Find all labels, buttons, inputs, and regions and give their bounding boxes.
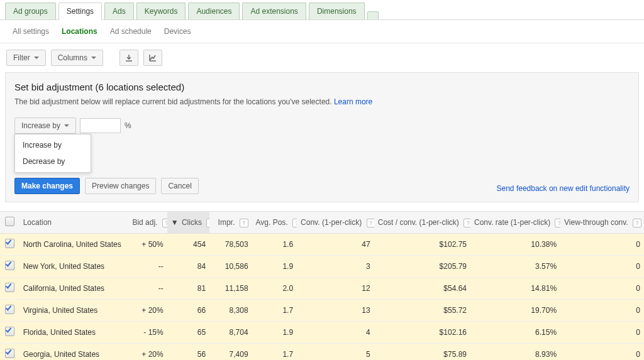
example-hint: to see an example. (14, 151, 630, 160)
cell-clicks: 66 (167, 300, 209, 322)
cell-clicks: 84 (167, 256, 209, 278)
filter-button[interactable]: Filter (6, 50, 46, 66)
cell-conv-rate: 14.81% (470, 278, 560, 300)
header-conv[interactable]: Conv. (1-per-click) ? (297, 212, 374, 234)
cell-conv: 4 (297, 322, 374, 344)
tab-dimensions[interactable]: Dimensions (309, 3, 365, 19)
cell-impr: 8,704 (209, 322, 252, 344)
cell-bid-adj: -- (128, 278, 167, 300)
cell-avg-pos: 1.7 (252, 300, 297, 322)
select-all-checkbox[interactable] (5, 217, 14, 226)
bid-adjustment-panel: Set bid adjustment (6 locations selected… (5, 72, 639, 202)
cell-bid-adj: + 50% (128, 234, 167, 256)
cell-clicks: 454 (167, 234, 209, 256)
subtab-all-settings[interactable]: All settings (6, 22, 55, 41)
menu-increase-by[interactable]: Increase by (15, 137, 91, 153)
cell-location[interactable]: Virginia, United States (19, 300, 129, 322)
row-checkbox[interactable] (5, 349, 14, 358)
cell-clicks: 56 (167, 344, 209, 361)
cell-location[interactable]: Georgia, United States (19, 344, 129, 361)
cell-bid-adj: - 15% (128, 322, 167, 344)
make-changes-button[interactable]: Make changes (14, 178, 80, 194)
help-icon[interactable]: ? (240, 219, 248, 227)
cell-conv-rate: 6.15% (470, 322, 560, 344)
preview-changes-button[interactable]: Preview changes (85, 178, 156, 194)
tab-settings[interactable]: Settings (58, 3, 102, 20)
chart-icon (149, 54, 157, 62)
cell-avg-pos: 1.9 (252, 256, 297, 278)
cancel-button[interactable]: Cancel (161, 178, 198, 194)
cell-cost-conv: $205.79 (374, 256, 470, 278)
cell-avg-pos: 1.7 (252, 344, 297, 361)
header-avg-pos[interactable]: Avg. Pos. ? (252, 212, 297, 234)
subtab-locations[interactable]: Locations (55, 22, 104, 41)
row-checkbox[interactable] (5, 239, 14, 248)
subtab-ad-schedule[interactable]: Ad schedule (104, 22, 158, 41)
header-vtc-label: View-through conv. (564, 218, 628, 227)
cell-location[interactable]: California, United States (19, 278, 129, 300)
learn-more-link[interactable]: Learn more (334, 97, 372, 106)
header-impr-label: Impr. (218, 218, 235, 227)
cell-impr: 78,503 (209, 234, 252, 256)
subtab-devices[interactable]: Devices (158, 22, 197, 41)
cell-clicks: 81 (167, 278, 209, 300)
download-button[interactable] (119, 50, 138, 66)
caret-down-icon (64, 124, 69, 127)
header-conv-rate-label: Conv. rate (1-per-click) (474, 218, 550, 227)
header-bid-adj[interactable]: Bid adj. ? (128, 212, 167, 234)
tab-ad-groups[interactable]: Ad groups (5, 3, 56, 19)
cell-conv: 5 (297, 344, 374, 361)
header-vtc[interactable]: View-through conv. ? (560, 212, 644, 234)
cell-location[interactable]: North Carolina, United States (19, 234, 129, 256)
cell-impr: 11,158 (209, 278, 252, 300)
locations-table: Location Bid adj. ? ▼ Clicks ? Impr. ? A… (0, 211, 644, 360)
cell-vtc: 0 (560, 256, 644, 278)
cell-conv: 13 (297, 300, 374, 322)
cell-vtc: 0 (560, 234, 644, 256)
header-clicks-label: Clicks (182, 218, 202, 227)
cell-bid-adj: + 20% (128, 300, 167, 322)
send-feedback-link[interactable]: Send feedback on new edit functionality (497, 184, 630, 193)
cell-vtc: 0 (560, 322, 644, 344)
cell-conv-rate: 19.70% (470, 300, 560, 322)
header-cost-conv-label: Cost / conv. (1-per-click) (378, 218, 459, 227)
menu-decrease-by[interactable]: Decrease by (15, 153, 91, 170)
cell-conv: 12 (297, 278, 374, 300)
tab-ad-extensions[interactable]: Ad extensions (242, 3, 306, 19)
header-clicks[interactable]: ▼ Clicks ? (167, 212, 209, 234)
cell-cost-conv: $75.89 (374, 344, 470, 361)
tab-more[interactable] (367, 11, 379, 19)
columns-button[interactable]: Columns (51, 50, 103, 66)
header-cost-conv[interactable]: Cost / conv. (1-per-click) ? (374, 212, 470, 234)
table-row: North Carolina, United States+ 50%45478,… (0, 234, 644, 256)
table-row: New York, United States--8410,5861.93$20… (0, 256, 644, 278)
panel-description: The bid adjustment below will replace cu… (14, 97, 630, 106)
adjustment-percent-input[interactable] (80, 118, 121, 133)
tab-ads[interactable]: Ads (104, 3, 134, 19)
cell-vtc: 0 (560, 278, 644, 300)
cell-conv: 47 (297, 234, 374, 256)
table-row: California, United States--8111,1582.012… (0, 278, 644, 300)
adjustment-direction-select[interactable]: Increase by (14, 117, 76, 134)
cell-conv-rate: 10.38% (470, 234, 560, 256)
cell-cost-conv: $54.64 (374, 278, 470, 300)
header-bid-adj-label: Bid adj. (132, 218, 157, 227)
header-location[interactable]: Location (19, 212, 129, 234)
tab-keywords[interactable]: Keywords (136, 3, 186, 19)
cell-location[interactable]: New York, United States (19, 256, 129, 278)
row-checkbox[interactable] (5, 261, 14, 270)
cell-avg-pos: 2.0 (252, 278, 297, 300)
cell-conv-rate: 3.57% (470, 256, 560, 278)
cell-cost-conv: $55.72 (374, 300, 470, 322)
table-row: Florida, United States- 15%658,7041.94$1… (0, 322, 644, 344)
header-impr[interactable]: Impr. ? (209, 212, 252, 234)
chart-button[interactable] (143, 50, 162, 66)
help-icon[interactable]: ? (633, 219, 641, 227)
row-checkbox[interactable] (5, 327, 14, 336)
header-conv-rate[interactable]: Conv. rate (1-per-click) ? (470, 212, 560, 234)
tab-audiences[interactable]: Audiences (188, 3, 240, 19)
row-checkbox[interactable] (5, 283, 14, 292)
row-checkbox[interactable] (5, 305, 14, 314)
cell-location[interactable]: Florida, United States (19, 322, 129, 344)
table-row: Georgia, United States+ 20%567,4091.75$7… (0, 344, 644, 361)
